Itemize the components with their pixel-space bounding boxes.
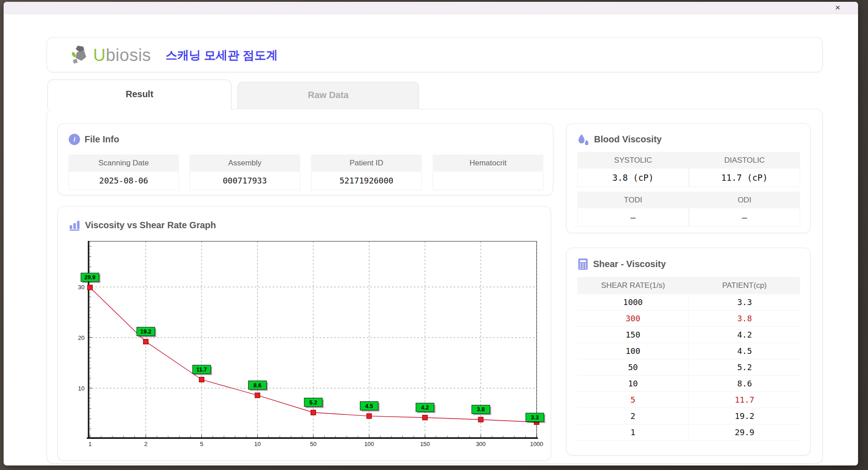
brand-logo: Ubiosis (71, 45, 151, 66)
svg-text:4.5: 4.5 (365, 403, 373, 409)
shear-rate-cell: 50 (577, 359, 689, 375)
graph-title: Viscosity vs Shear Rate Graph (69, 219, 216, 231)
field-label: Scanning Date (68, 155, 179, 172)
shear-rate-cell: 2 (577, 408, 689, 424)
shear-table-header: SHEAR RATE(1/s) PATIENT(cp) (577, 277, 800, 294)
logo-text: Ubiosis (93, 46, 151, 65)
page-title: 스캐닝 모세관 점도계 (165, 47, 278, 63)
shear-viscosity-table: SHEAR RATE(1/s) PATIENT(cp) 10003.33003.… (577, 277, 800, 441)
patient-cell: 11.7 (689, 392, 800, 408)
shear-rate-cell: 1000 (577, 294, 689, 310)
field-scanning-date: Scanning Date 2025-08-06 (68, 155, 179, 190)
patient-cell: 4.5 (689, 343, 800, 359)
svg-text:3.3: 3.3 (531, 414, 538, 421)
svg-text:2: 2 (144, 441, 147, 447)
tab-result[interactable]: Result (47, 80, 231, 109)
table-row: 219.2 (577, 408, 800, 424)
app-window: × Ubiosis 스캐닝 모세관 점도계 Result Raw Data i … (4, 2, 858, 465)
field-value: 000717933 (189, 172, 300, 190)
blood-drops-icon (577, 133, 590, 146)
shear-rate-cell: 1 (577, 424, 689, 440)
svg-text:300: 300 (476, 441, 486, 447)
todi-odi-values: – – (577, 208, 800, 227)
field-label: Patient ID (311, 155, 422, 172)
shear-rate-cell: 10 (577, 376, 689, 391)
blood-viscosity-title: Blood Viscosity (577, 133, 662, 146)
shear-rate-cell: 300 (577, 310, 689, 326)
table-row: 3003.8 (577, 310, 800, 327)
logo-pebbles-icon (71, 45, 90, 66)
svg-text:100: 100 (364, 441, 374, 447)
info-icon: i (69, 134, 80, 145)
file-info-title: i File Info (69, 134, 119, 145)
patient-cell: 3.8 (689, 310, 800, 326)
field-assembly: Assembly 000717933 (189, 155, 300, 190)
svg-text:1000: 1000 (530, 441, 543, 447)
table-row: 108.6 (577, 376, 800, 392)
todi-value: – (577, 208, 689, 227)
calculator-icon (577, 258, 589, 270)
bar-chart-icon (69, 219, 80, 231)
file-info-card: i File Info Scanning Date 2025-08-06 Ass… (57, 123, 553, 195)
table-row: 511.7 (577, 392, 800, 408)
systolic-value: 3.8 (cP) (577, 169, 689, 187)
systolic-diastolic-values: 3.8 (cP) 11.7 (cP) (577, 169, 800, 187)
table-row: 505.2 (577, 359, 800, 376)
field-label: Hematocrit (433, 155, 543, 172)
svg-text:3.8: 3.8 (477, 406, 485, 413)
patient-cell: 3.3 (689, 294, 800, 310)
blood-viscosity-card: Blood Viscosity SYSTOLIC DIASTOLIC 3.8 (… (566, 123, 811, 233)
field-value: 2025-08-06 (68, 172, 179, 190)
tab-raw-data[interactable]: Raw Data (237, 82, 419, 109)
header-card: Ubiosis 스캐닝 모세관 점도계 (47, 37, 823, 72)
table-row: 129.9 (577, 424, 800, 441)
svg-text:19.2: 19.2 (140, 329, 151, 335)
patient-cell: 5.2 (689, 359, 800, 375)
todi-label: TODI (577, 192, 689, 208)
patient-cell: 8.6 (689, 376, 800, 391)
odi-label: ODI (689, 192, 801, 208)
viscosity-shear-chart: 1020301251050100150300100029.919.211.78.… (64, 234, 543, 451)
svg-text:10: 10 (254, 441, 260, 447)
systolic-diastolic-header: SYSTOLIC DIASTOLIC (577, 152, 800, 169)
svg-text:11.7: 11.7 (196, 367, 207, 373)
shear-rate-cell: 5 (577, 392, 689, 408)
close-icon[interactable]: × (832, 2, 844, 13)
shear-rate-cell: 100 (577, 343, 689, 359)
field-value: 52171926000 (311, 172, 422, 190)
field-patient-id: Patient ID 52171926000 (311, 155, 422, 190)
todi-odi-header: TODI ODI (577, 192, 800, 208)
viscosity-graph-card: Viscosity vs Shear Rate Graph 1020301251… (57, 206, 551, 461)
table-row: 10003.3 (577, 294, 800, 310)
svg-text:30: 30 (78, 284, 85, 291)
shear-rate-column-header: SHEAR RATE(1/s) (577, 277, 689, 294)
diastolic-label: DIASTOLIC (689, 152, 801, 169)
svg-text:5.2: 5.2 (309, 400, 317, 406)
odi-value: – (689, 208, 801, 227)
field-hematocrit: Hematocrit (433, 155, 543, 190)
patient-cell: 19.2 (689, 408, 800, 424)
shear-rate-cell: 150 (577, 327, 689, 343)
shear-viscosity-card: Shear - Viscosity SHEAR RATE(1/s) PATIEN… (566, 248, 811, 456)
patient-cell: 4.2 (689, 327, 800, 343)
table-row: 1504.2 (577, 327, 800, 343)
svg-text:1: 1 (88, 441, 91, 447)
patient-column-header: PATIENT(cp) (689, 277, 801, 294)
svg-text:8.6: 8.6 (254, 382, 261, 389)
svg-text:10: 10 (78, 385, 85, 392)
shear-viscosity-title: Shear - Viscosity (577, 258, 666, 270)
field-value (433, 172, 543, 190)
main-panel: i File Info Scanning Date 2025-08-06 Ass… (47, 109, 823, 464)
systolic-label: SYSTOLIC (577, 152, 689, 169)
svg-text:50: 50 (310, 441, 316, 447)
table-row: 1004.5 (577, 343, 800, 359)
svg-text:20: 20 (78, 334, 85, 341)
field-label: Assembly (189, 155, 300, 172)
diastolic-value: 11.7 (cP) (689, 169, 801, 187)
title-bar: × (4, 2, 858, 14)
svg-text:150: 150 (420, 441, 430, 447)
svg-text:4.2: 4.2 (421, 404, 429, 411)
svg-text:29.9: 29.9 (85, 274, 95, 281)
patient-cell: 29.9 (689, 424, 800, 440)
svg-text:5: 5 (200, 441, 203, 447)
